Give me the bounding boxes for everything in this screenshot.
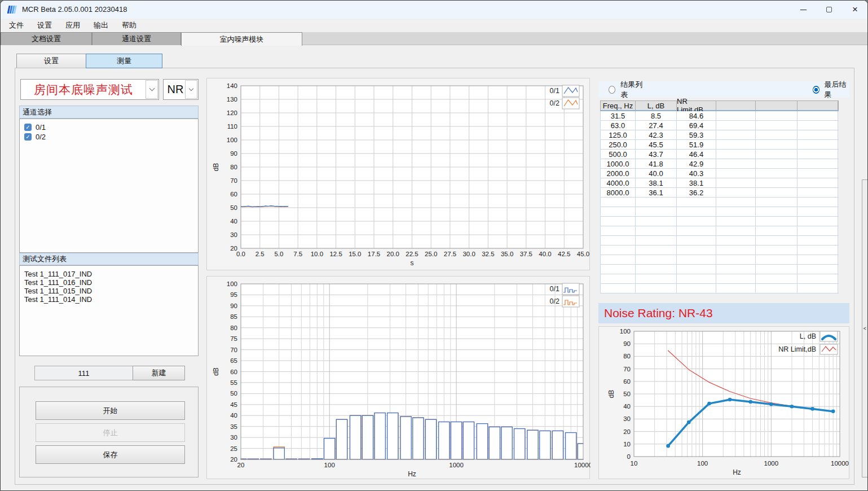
close-button[interactable]: × [842,1,868,19]
panel-collapse-handle[interactable]: < [862,179,868,477]
menu-item[interactable]: 文件 [6,19,27,32]
channel-row[interactable]: ✓0/2 [24,132,198,142]
table-row[interactable]: 31.58.584.6 [600,111,839,121]
svg-text:120: 120 [227,109,237,116]
table-cell [716,130,756,139]
table-row[interactable]: 125.042.359.3 [600,130,839,140]
table-cell [677,198,716,207]
table-cell [756,169,797,178]
table-cell [756,207,797,216]
table-cell: 59.3 [677,130,716,139]
tab[interactable]: 室内噪声模块 [181,32,302,46]
svg-text:45.0: 45.0 [577,251,589,257]
svg-text:dB: dB [212,367,220,376]
table-cell [756,255,797,264]
file-name-input[interactable]: 111 [34,366,133,380]
save-button[interactable]: 保存 [36,445,185,464]
table-cell: 27.4 [636,121,677,130]
table-cell [756,121,797,130]
rating-type-combobox[interactable]: NR [163,79,199,100]
menu-item[interactable]: 设置 [34,19,55,32]
table-row[interactable]: 4000.038.138.1 [600,178,839,188]
table-cell [601,246,636,255]
table-row[interactable]: 8000.036.136.2 [600,188,839,198]
svg-text:20.0: 20.0 [387,251,399,257]
table-cell [756,236,797,245]
table-cell [797,198,838,207]
tab-settings[interactable]: 设置 [16,54,86,68]
test-type-combobox[interactable]: 房间本底噪声测试 [20,79,159,100]
svg-text:0/2: 0/2 [550,99,559,107]
table-row [600,255,839,265]
result-list-radio[interactable] [609,86,615,94]
svg-text:70: 70 [623,366,631,372]
table-row [600,284,839,293]
table-cell: 8.5 [636,111,677,120]
menu-item[interactable]: 帮助 [119,19,139,32]
svg-text:20: 20 [237,462,245,468]
svg-text:100: 100 [697,460,708,467]
tab[interactable]: 通道设置 [92,32,181,45]
window-title: MCR Beta 2.05.0.001 20230418 [22,5,127,14]
menu-item[interactable]: 输出 [91,19,111,32]
channel-row[interactable]: ✓0/1 [24,122,198,132]
table-cell [636,217,677,226]
list-item[interactable]: Test 1_111_016_IND [24,278,198,287]
table-row [600,246,839,255]
table-cell [756,178,797,187]
table-header-cell: L, dB [636,101,677,110]
table-cell [797,265,838,274]
chevron-down-icon[interactable] [185,80,197,99]
channel-label: 0/1 [36,123,46,131]
svg-text:5.0: 5.0 [274,251,283,257]
nr-curve-chart: 010203040506070809010010100100010000HzdB… [598,326,849,479]
svg-text:Hz: Hz [408,470,416,478]
minimize-button[interactable] [790,1,816,19]
table-cell [716,121,756,130]
table-row[interactable]: 500.043.746.4 [600,150,839,159]
app-window: MCR Beta 2.05.0.001 20230418 × 文件设置应用输出帮… [0,0,868,491]
maximize-button[interactable] [816,1,842,19]
svg-text:35: 35 [230,423,237,430]
table-row[interactable]: 2000.040.040.3 [600,169,839,178]
table-cell [677,265,716,274]
table-row[interactable]: 1000.041.842.9 [600,159,839,169]
list-item[interactable]: Test 1_111_017_IND [24,270,198,278]
table-cell [756,130,797,139]
table-cell [716,226,756,235]
last-result-radio[interactable] [813,86,819,94]
svg-text:L, dB: L, dB [800,332,816,340]
new-button[interactable]: 新建 [133,366,185,380]
tab[interactable]: 文档设置 [1,32,92,45]
table-cell [636,255,677,264]
svg-text:130: 130 [227,96,237,103]
svg-text:40: 40 [623,403,631,410]
chevron-down-icon[interactable] [146,80,158,99]
channel-list: ✓0/1✓0/2 [19,119,199,253]
svg-text:22.5: 22.5 [406,251,418,257]
list-item[interactable]: Test 1_111_015_IND [24,287,198,295]
table-cell [677,274,716,283]
table-cell [716,236,756,245]
checkbox-checked-icon[interactable]: ✓ [24,124,32,131]
table-row[interactable]: 250.045.551.9 [600,140,839,150]
noise-rating-banner: Noise Rating: NR-43 [598,303,849,323]
tab-measurement[interactable]: 测量 [86,54,162,68]
table-cell: 42.3 [636,130,677,139]
test-type-value: 房间本底噪声测试 [21,80,146,99]
svg-text:27.5: 27.5 [444,251,456,257]
svg-text:110: 110 [227,123,237,130]
table-cell: 8000.0 [601,188,636,197]
table-row[interactable]: 63.027.469.4 [600,121,839,130]
start-button[interactable]: 开始 [36,401,185,420]
table-cell: 38.1 [677,178,716,187]
svg-text:30: 30 [230,231,237,238]
menu-item[interactable]: 应用 [63,19,83,32]
table-cell [797,121,838,130]
table-cell [601,217,636,226]
table-cell [601,198,636,207]
list-item[interactable]: Test 1_111_014_IND [24,295,198,304]
svg-text:100: 100 [227,280,237,287]
checkbox-checked-icon[interactable]: ✓ [24,133,32,141]
svg-text:90: 90 [623,340,631,347]
